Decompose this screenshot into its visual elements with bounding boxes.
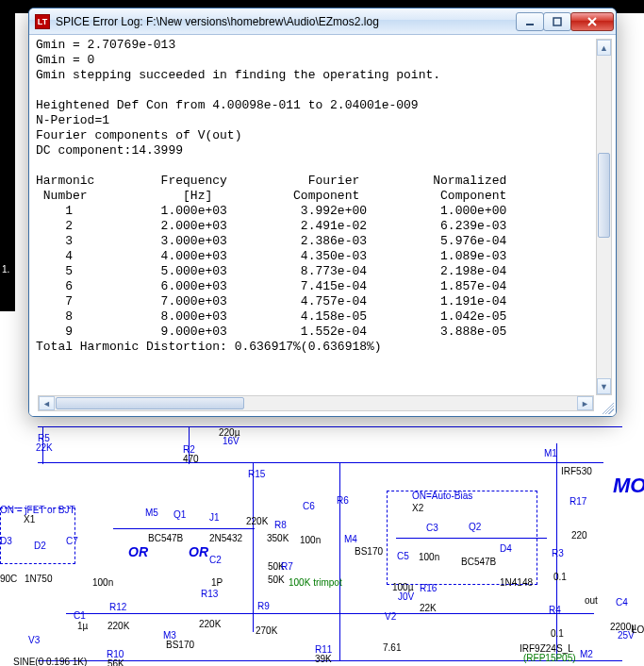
schematic-label: C4 (616, 597, 628, 608)
close-button[interactable] (570, 12, 614, 31)
schematic-label: Q1 (173, 509, 186, 520)
schematic-label: SINE(0 0.196 1K) (13, 657, 87, 666)
schematic-label: 220K (199, 619, 221, 629)
schematic-label: X1 (24, 514, 35, 524)
schematic-label: R6 (337, 495, 349, 506)
schematic-label: 220K (107, 621, 129, 631)
resize-grip-icon[interactable] (599, 399, 614, 414)
schematic-label: 100n (419, 552, 439, 562)
schematic-label: C3 (426, 523, 438, 533)
schematic-label: 470 (183, 454, 199, 464)
schematic-label: 270K (256, 625, 277, 636)
schematic-label: OR (128, 544, 148, 559)
schematic-label: 16V (223, 436, 239, 446)
schematic-label: BS170 (166, 640, 194, 650)
schematic-label: 350K (267, 533, 289, 543)
schematic-label: 22K (36, 442, 53, 453)
spice-error-log-window: LT SPICE Error Log: F:\New versions\home… (28, 8, 617, 417)
horizontal-scrollbar[interactable]: ◄ ► (38, 395, 594, 411)
scroll-left-arrow-icon[interactable]: ◄ (39, 396, 55, 410)
schematic-label: LOA (632, 624, 644, 635)
hscroll-thumb[interactable] (56, 397, 244, 409)
schematic-label: R15 (248, 469, 265, 479)
schematic-label: R13 (201, 589, 218, 599)
schematic-label: D3 (0, 536, 12, 546)
scroll-up-arrow-icon[interactable]: ▲ (597, 40, 611, 56)
schematic-label: D4 (500, 543, 512, 554)
schematic-label: R3 (552, 548, 564, 558)
schematic-label: Q2 (469, 522, 481, 532)
schematic-label: R7 (281, 561, 293, 572)
scroll-right-arrow-icon[interactable]: ► (577, 396, 593, 410)
schematic-label: D2 (34, 541, 46, 551)
schematic-label: ON = jFET or BJT (0, 505, 75, 515)
schematic-label: 39K (315, 654, 332, 664)
schematic-label: 100n (92, 577, 113, 588)
schematic-label: R9 (257, 601, 270, 611)
schematic-label: 220K (246, 516, 268, 526)
schematic-label: 1N750 (25, 574, 52, 584)
schematic-label: 100K trimpot (289, 577, 342, 588)
schematic-label: R8 (274, 520, 287, 530)
vscroll-thumb[interactable] (598, 153, 610, 238)
schematic-label: 56K (107, 658, 124, 666)
schematic-label: R17 (570, 496, 586, 507)
schematic-label: C1 (74, 610, 86, 621)
schematic-label: 90C (0, 574, 17, 584)
schematic-label: R4 (549, 605, 561, 615)
schematic-label: 7.61 (383, 642, 401, 653)
schematic-label: C7 (66, 536, 78, 546)
window-title: SPICE Error Log: F:\New versions\homebre… (56, 15, 517, 28)
schematic-label: 0.1 (553, 572, 567, 582)
schematic-label: IRF530 (561, 466, 592, 476)
schematic-label: BS170 (355, 546, 383, 557)
schematic-label: BC547B (461, 557, 496, 567)
schematic-label: C5 (397, 551, 409, 561)
schematic-label: V3 (28, 635, 40, 645)
schematic-label: 2N5432 (209, 533, 242, 543)
schematic-label: J1 (209, 512, 220, 523)
schematic-label: out (585, 595, 598, 606)
log-text[interactable]: Gmin = 2.70769e-013 Gmin = 0 Gmin steppi… (36, 38, 613, 393)
schematic-label: 0.1 (551, 628, 564, 639)
maximize-button[interactable] (543, 12, 571, 31)
schematic-label: ON=Auto-Bias (412, 491, 472, 501)
schematic-title-fragment: MO (613, 474, 644, 498)
schematic-label: 50K (268, 574, 285, 585)
schematic-label: R12 (109, 602, 126, 612)
schematic-label: J0V (398, 591, 414, 602)
schematic-label: 22K (420, 603, 437, 613)
titlebar[interactable]: LT SPICE Error Log: F:\New versions\home… (29, 8, 616, 35)
scroll-down-arrow-icon[interactable]: ▼ (597, 378, 611, 394)
schematic-label: R16 (420, 583, 437, 593)
schematic-label: X2 (412, 503, 423, 513)
svg-rect-1 (553, 18, 561, 25)
app-icon: LT (35, 14, 50, 29)
schematic-label: 100n (300, 535, 321, 545)
minimize-button[interactable] (516, 12, 544, 31)
schematic-label: BC547B (148, 533, 183, 543)
schematic-label: 1µ (77, 621, 88, 631)
schematic-label: 220 (571, 530, 587, 541)
schematic-label: 1N4148 (500, 577, 533, 588)
schematic-label: (RFP15P05) (523, 653, 576, 663)
schematic-label: V2 (385, 611, 396, 622)
schematic-label: M2 (580, 649, 593, 659)
schematic-label: M5 (145, 508, 158, 518)
vertical-scrollbar[interactable]: ▲ ▼ (596, 39, 612, 395)
schematic-label: M1 (544, 448, 557, 458)
schematic-label: OR (189, 544, 208, 559)
axis-tick-label: 1. (2, 264, 9, 275)
schematic-label: 1P (211, 577, 223, 588)
schematic-label: C6 (303, 501, 315, 511)
schematic-label: M4 (344, 534, 357, 544)
schematic-label: C2 (209, 555, 222, 565)
